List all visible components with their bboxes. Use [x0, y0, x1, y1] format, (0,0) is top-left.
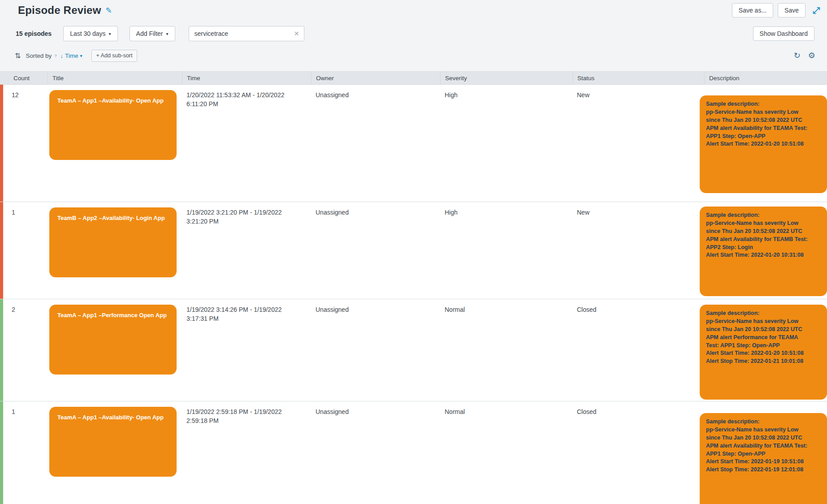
episode-description-cell: Sample description: pp-Service-Name has … — [704, 299, 827, 401]
save-button[interactable]: Save — [778, 3, 805, 17]
episode-time-cell: 1/20/2022 11:53:32 AM - 1/20/2022 6:11:2… — [182, 85, 311, 202]
episode-count-cell: 2 — [0, 299, 48, 401]
episode-count-cell: 1 — [0, 202, 48, 299]
column-header-status[interactable]: Status — [572, 72, 704, 84]
column-header-count[interactable]: Count — [0, 72, 48, 84]
episode-owner-cell: Unassigned — [311, 401, 440, 504]
episode-title-cell: TeamA – App1 –Availability- Open App — [48, 85, 182, 202]
chevron-down-icon: ▾ — [166, 31, 169, 36]
help-icon[interactable]: ? — [54, 53, 56, 58]
episode-title-badge[interactable]: TeamA – App1 –Availability- Open App — [49, 90, 177, 160]
clear-search-icon[interactable]: ✕ — [294, 30, 299, 37]
episode-description-cell: Sample description: pp-Service-Name has … — [704, 85, 827, 202]
gear-icon[interactable]: ⚙ — [808, 52, 815, 60]
page-title: Episode Review — [18, 4, 101, 17]
edit-title-icon[interactable]: ✎ — [106, 6, 112, 15]
show-dashboard-button[interactable]: Show Dashboard — [753, 26, 814, 41]
episode-title-badge[interactable]: TeamA – App1 –Availability- Open App — [49, 407, 177, 477]
chevron-down-icon: ▾ — [109, 31, 111, 36]
column-header-severity[interactable]: Severity — [440, 72, 572, 84]
add-subsort-button[interactable]: + Add sub-sort — [91, 50, 138, 62]
filter-bar: 15 episodes Last 30 days ▾ Add Filter ▾ … — [0, 21, 827, 47]
episode-description-cell: Sample description: pp-Service-Name has … — [704, 401, 827, 504]
column-header-time[interactable]: Time — [182, 72, 311, 84]
episode-severity-cell: Normal — [440, 299, 572, 401]
severity-strip — [0, 85, 3, 202]
episode-title-cell: TeamA – App1 –Availability- Open App — [48, 401, 182, 504]
save-as-button[interactable]: Save as... — [732, 3, 773, 17]
sorted-by-label: Sorted by — [26, 52, 52, 59]
search-input-wrap: ✕ — [189, 26, 304, 41]
episode-description-badge[interactable]: Sample description: pp-Service-Name has … — [700, 95, 827, 193]
column-header-title[interactable]: Title — [48, 72, 182, 84]
page-header-bar: Episode Review ✎ Save as... Save ⤢ — [0, 0, 827, 21]
episode-owner-cell: Unassigned — [311, 202, 440, 299]
episode-status-cell: New — [572, 85, 704, 202]
time-range-dropdown[interactable]: Last 30 days ▾ — [63, 26, 117, 41]
severity-strip — [0, 202, 3, 299]
episode-description-cell: Sample description: pp-Service-Name has … — [704, 202, 827, 299]
episode-count-label: 15 episodes — [16, 30, 52, 37]
episode-time-cell: 1/19/2022 3:14:26 PM - 1/19/2022 3:17:31… — [182, 299, 311, 401]
column-header-owner[interactable]: Owner — [311, 72, 440, 84]
episode-severity-cell: High — [440, 202, 572, 299]
header-actions: Save as... Save ⤢ — [732, 3, 820, 17]
episode-time-cell: 1/19/2022 3:21:20 PM - 1/19/2022 3:21:20… — [182, 202, 311, 299]
table-row[interactable]: 1 TeamB – App2 –Availability- Login App … — [0, 202, 827, 299]
time-range-label: Last 30 days — [70, 30, 105, 37]
sort-bar-actions: ↻ ⚙ — [794, 52, 815, 60]
episode-time-cell: 1/19/2022 2:59:18 PM - 1/19/2022 2:59:18… — [182, 401, 311, 504]
episode-status-cell: Closed — [572, 299, 704, 401]
top-area: Episode Review ✎ Save as... Save ⤢ 15 ep… — [0, 0, 827, 71]
sort-direction-arrow-icon: ↓ — [61, 52, 64, 59]
episode-owner-cell: Unassigned — [311, 85, 440, 202]
sort-field-time[interactable]: ↓ Time ▾ — [61, 52, 82, 59]
table-row[interactable]: 12 TeamA – App1 –Availability- Open App … — [0, 85, 827, 202]
episode-severity-cell: Normal — [440, 401, 572, 504]
episode-title-badge[interactable]: TeamA – App1 –Performance Open App — [49, 305, 177, 375]
table-header: Count Title Time Owner Severity Status D… — [0, 71, 827, 85]
sort-list-icon: ⇅ — [15, 52, 21, 60]
chevron-down-icon: ▾ — [80, 53, 82, 58]
episode-title-cell: TeamA – App1 –Performance Open App — [48, 299, 182, 401]
severity-strip — [0, 401, 3, 504]
episode-owner-cell: Unassigned — [311, 299, 440, 401]
episode-status-cell: New — [572, 202, 704, 299]
expand-icon[interactable]: ⤢ — [813, 5, 820, 16]
history-icon[interactable]: ↻ — [794, 52, 801, 60]
search-input[interactable] — [189, 26, 304, 41]
episode-description-badge[interactable]: Sample description: pp-Service-Name has … — [700, 207, 827, 296]
episode-description-badge[interactable]: Sample description: pp-Service-Name has … — [700, 413, 827, 504]
sort-field-label: Time — [65, 52, 78, 59]
episode-count-cell: 1 — [0, 401, 48, 504]
add-filter-dropdown[interactable]: Add Filter ▾ — [130, 26, 175, 41]
episode-count-cell: 12 — [0, 85, 48, 202]
episodes-table: Count Title Time Owner Severity Status D… — [0, 71, 827, 504]
add-filter-label: Add Filter — [136, 30, 163, 37]
column-header-description[interactable]: Description — [704, 72, 827, 84]
table-row[interactable]: 2 TeamA – App1 –Performance Open App 1/1… — [0, 299, 827, 401]
sort-bar: ⇅ Sorted by ? ↓ Time ▾ + Add sub-sort ↻ … — [0, 47, 827, 65]
episode-severity-cell: High — [440, 85, 572, 202]
episode-status-cell: Closed — [572, 401, 704, 504]
severity-strip — [0, 299, 3, 401]
episode-title-cell: TeamB – App2 –Availability- Login App — [48, 202, 182, 299]
episode-description-badge[interactable]: Sample description: pp-Service-Name has … — [700, 305, 827, 400]
table-row[interactable]: 1 TeamA – App1 –Availability- Open App 1… — [0, 401, 827, 504]
episode-title-badge[interactable]: TeamB – App2 –Availability- Login App — [49, 207, 177, 277]
